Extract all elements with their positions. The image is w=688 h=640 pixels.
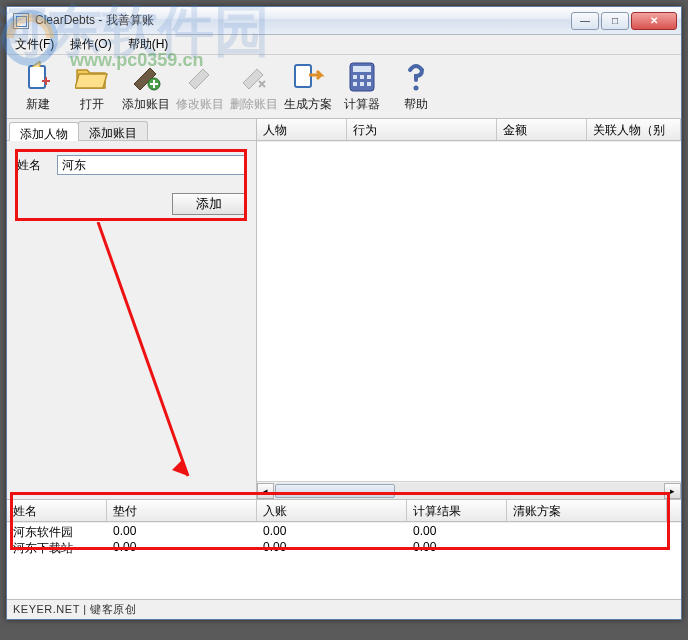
col-result[interactable]: 计算结果 bbox=[407, 500, 507, 521]
toolbar-calculator[interactable]: 计算器 bbox=[335, 57, 389, 116]
close-button[interactable]: ✕ bbox=[631, 12, 677, 30]
app-window: ClearDebts - 我善算账 — □ ✕ 文件(F) 操作(O) 帮助(H… bbox=[6, 6, 682, 620]
generate-plan-icon bbox=[291, 60, 325, 94]
name-label: 姓名 bbox=[17, 157, 49, 174]
cell-name: 河东软件园 bbox=[7, 523, 107, 539]
status-text: KEYER.NET | 键客原创 bbox=[13, 602, 136, 617]
lower-grid-body[interactable]: 河东软件园0.000.000.00河东下载站0.000.000.00 bbox=[7, 522, 681, 599]
new-file-icon bbox=[21, 60, 55, 94]
cell-plan bbox=[507, 523, 667, 539]
svg-rect-8 bbox=[353, 82, 357, 86]
left-panel: 添加人物 添加账目 姓名 添加 bbox=[7, 119, 257, 499]
tab-add-person[interactable]: 添加人物 bbox=[9, 122, 79, 141]
col-plan[interactable]: 清账方案 bbox=[507, 500, 667, 521]
app-icon bbox=[13, 13, 29, 29]
cell-result: 0.00 bbox=[407, 523, 507, 539]
upper-grid-hscrollbar[interactable]: ◂ ▸ bbox=[257, 481, 681, 499]
add-button[interactable]: 添加 bbox=[172, 193, 246, 215]
scroll-thumb[interactable] bbox=[275, 484, 395, 498]
toolbar-help-label: 帮助 bbox=[404, 96, 428, 113]
titlebar: ClearDebts - 我善算账 — □ ✕ bbox=[7, 7, 681, 35]
svg-rect-7 bbox=[367, 75, 371, 79]
scroll-left-button[interactable]: ◂ bbox=[257, 483, 274, 499]
cell-received: 0.00 bbox=[257, 539, 407, 555]
toolbar: 新建 打开 添加账目 修改账目 删除账目 bbox=[7, 55, 681, 119]
toolbar-add-item-label: 添加账目 bbox=[122, 96, 170, 113]
svg-rect-5 bbox=[353, 75, 357, 79]
edit-item-icon bbox=[183, 60, 217, 94]
svg-rect-4 bbox=[353, 66, 371, 72]
upper-area: 添加人物 添加账目 姓名 添加 人物 行为 金额 关联人物（别 bbox=[7, 119, 681, 499]
statusbar: KEYER.NET | 键客原创 bbox=[7, 599, 681, 619]
cell-paid: 0.00 bbox=[107, 539, 257, 555]
col-paid[interactable]: 垫付 bbox=[107, 500, 257, 521]
menu-operate[interactable]: 操作(O) bbox=[66, 34, 115, 55]
delete-item-icon bbox=[237, 60, 271, 94]
table-row[interactable]: 河东下载站0.000.000.00 bbox=[7, 539, 681, 555]
cell-paid: 0.00 bbox=[107, 523, 257, 539]
col-action[interactable]: 行为 bbox=[347, 119, 497, 140]
col-amount[interactable]: 金额 bbox=[497, 119, 587, 140]
menu-help[interactable]: 帮助(H) bbox=[124, 34, 173, 55]
toolbar-new[interactable]: 新建 bbox=[11, 57, 65, 116]
svg-rect-6 bbox=[360, 75, 364, 79]
svg-rect-0 bbox=[29, 66, 45, 88]
menubar: 文件(F) 操作(O) 帮助(H) bbox=[7, 35, 681, 55]
upper-grid-body[interactable] bbox=[257, 141, 681, 481]
lower-grid: 姓名 垫付 入账 计算结果 清账方案 河东软件园0.000.000.00河东下载… bbox=[7, 499, 681, 599]
menu-file[interactable]: 文件(F) bbox=[11, 34, 58, 55]
add-item-icon bbox=[129, 60, 163, 94]
add-person-form: 姓名 添加 bbox=[7, 141, 256, 499]
toolbar-add-item[interactable]: 添加账目 bbox=[119, 57, 173, 116]
cell-received: 0.00 bbox=[257, 523, 407, 539]
toolbar-delete-item-label: 删除账目 bbox=[230, 96, 278, 113]
toolbar-delete-item: 删除账目 bbox=[227, 57, 281, 116]
right-panel: 人物 行为 金额 关联人物（别 ◂ ▸ bbox=[257, 119, 681, 499]
col-person[interactable]: 人物 bbox=[257, 119, 347, 140]
col-related[interactable]: 关联人物（别 bbox=[587, 119, 681, 140]
toolbar-generate-label: 生成方案 bbox=[284, 96, 332, 113]
svg-rect-10 bbox=[367, 82, 371, 86]
lower-grid-header: 姓名 垫付 入账 计算结果 清账方案 bbox=[7, 500, 681, 522]
toolbar-edit-item-label: 修改账目 bbox=[176, 96, 224, 113]
name-input[interactable] bbox=[57, 155, 246, 175]
window-controls: — □ ✕ bbox=[571, 12, 677, 30]
minimize-button[interactable]: — bbox=[571, 12, 599, 30]
toolbar-help[interactable]: 帮助 bbox=[389, 57, 443, 116]
svg-rect-9 bbox=[360, 82, 364, 86]
scroll-track[interactable] bbox=[274, 483, 664, 499]
toolbar-new-label: 新建 bbox=[26, 96, 50, 113]
toolbar-generate[interactable]: 生成方案 bbox=[281, 57, 335, 116]
toolbar-open[interactable]: 打开 bbox=[65, 57, 119, 116]
toolbar-calculator-label: 计算器 bbox=[344, 96, 380, 113]
left-tabs: 添加人物 添加账目 bbox=[7, 119, 256, 141]
upper-grid-header: 人物 行为 金额 关联人物（别 bbox=[257, 119, 681, 141]
toolbar-edit-item: 修改账目 bbox=[173, 57, 227, 116]
help-icon bbox=[399, 60, 433, 94]
table-row[interactable]: 河东软件园0.000.000.00 bbox=[7, 523, 681, 539]
window-title: ClearDebts - 我善算账 bbox=[35, 12, 571, 29]
svg-point-11 bbox=[414, 86, 419, 91]
tab-add-item[interactable]: 添加账目 bbox=[78, 121, 148, 140]
cell-result: 0.00 bbox=[407, 539, 507, 555]
cell-name: 河东下载站 bbox=[7, 539, 107, 555]
open-folder-icon bbox=[75, 60, 109, 94]
cell-plan bbox=[507, 539, 667, 555]
calculator-icon bbox=[345, 60, 379, 94]
maximize-button[interactable]: □ bbox=[601, 12, 629, 30]
scroll-right-button[interactable]: ▸ bbox=[664, 483, 681, 499]
svg-rect-2 bbox=[295, 65, 311, 87]
content-area: 添加人物 添加账目 姓名 添加 人物 行为 金额 关联人物（别 bbox=[7, 119, 681, 599]
toolbar-open-label: 打开 bbox=[80, 96, 104, 113]
col-received[interactable]: 入账 bbox=[257, 500, 407, 521]
col-name[interactable]: 姓名 bbox=[7, 500, 107, 521]
